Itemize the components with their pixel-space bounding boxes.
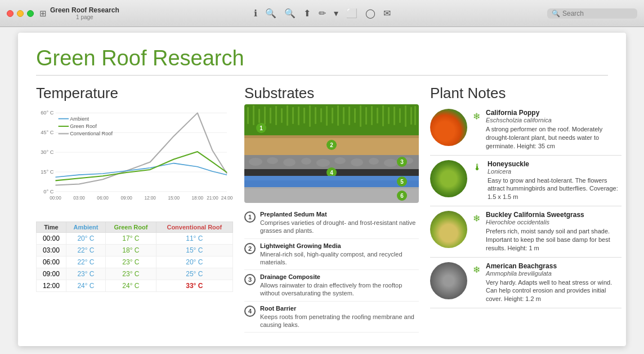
svg-rect-52 [393,107,395,125]
svg-point-68 [316,159,330,167]
svg-rect-39 [320,108,322,122]
svg-text:03:00: 03:00 [73,196,85,201]
substrate-desc: Mineral-rich soil, high-quality compost,… [260,250,419,267]
cell-green: 23° C [106,268,156,280]
svg-rect-31 [275,106,277,125]
svg-text:Ambient: Ambient [70,116,89,122]
svg-text:60° C: 60° C [41,110,54,116]
window-icon[interactable]: ⬜ [346,8,357,19]
svg-rect-26 [247,107,249,124]
plant-list: ❄ California Poppy Eschscholzia californ… [430,104,621,308]
zoom-in-icon[interactable]: 🔍 [284,8,296,19]
svg-text:18:00: 18:00 [192,196,204,201]
doc-info: Green Roof Research 1 page [50,6,119,20]
cell-ambient: 23° C [66,268,105,280]
minimize-button[interactable] [17,10,24,17]
svg-rect-45 [354,108,356,123]
substrate-title: Lightweight Growing Media [260,242,419,249]
plant-notes-column: Plant Notes ❄ California Poppy Eschschol… [430,85,621,346]
svg-rect-27 [253,105,254,125]
substrate-text: Drainage Composite Allows rainwater to d… [260,273,419,298]
info-icon[interactable]: ℹ [254,8,257,19]
svg-point-72 [384,159,397,167]
table-row: 12:00 24° C 24° C 33° C [37,280,233,292]
plant-icon: ❄ [473,111,480,122]
svg-rect-33 [287,105,288,126]
substrate-number: 1 [244,211,256,223]
cell-time: 06:00 [37,256,66,268]
svg-text:Conventional Roof: Conventional Roof [70,131,113,136]
table-row: 09:00 23° C 23° C 25° C [37,268,233,280]
titlebar-right: 🔍 [547,8,637,19]
plant-latin: Lonicera [488,168,621,175]
svg-text:0° C: 0° C [43,189,53,194]
maximize-button[interactable] [27,10,34,17]
person-icon[interactable]: ◯ [365,8,375,19]
substrate-title: Drainage Composite [260,273,419,280]
svg-rect-53 [399,108,401,123]
svg-point-65 [267,157,278,164]
substrates-column: Substrates [244,85,419,346]
col-header-conv: Conventional Roof [156,222,232,233]
plant-info: California Poppy Eschscholzia californic… [486,109,621,151]
substrate-svg: 1 2 [244,104,419,203]
svg-rect-38 [315,107,316,124]
temperature-table: Time Ambient Green Roof Conventional Roo… [36,222,233,292]
search-input[interactable] [562,10,630,17]
cell-ambient: 20° C [66,233,105,245]
plant-info: Honeysuckle Lonicera Easy to grow and he… [488,160,621,202]
search-bar[interactable]: 🔍 [547,8,637,19]
pencil-icon[interactable]: ✏ [319,8,326,19]
svg-text:1: 1 [260,125,263,131]
cell-green: 23° C [106,256,156,268]
svg-rect-32 [281,108,283,123]
content-area: Green Roof Research Temperature 60° C 45… [0,27,644,354]
table-row: 03:00 22° C 18° C 15° C [37,245,233,256]
svg-rect-43 [343,107,345,124]
substrate-desc: Comprises varieties of drought- and fros… [260,219,419,235]
sidebar-toggle-icon[interactable]: ⊞ [39,8,47,19]
cell-time: 09:00 [37,268,66,280]
svg-rect-55 [410,107,412,125]
svg-point-64 [249,158,262,166]
window-controls [7,10,34,17]
substrate-text: Root Barrier Keeps roots from penetratin… [260,305,419,329]
markup-icon[interactable]: ✉ [383,8,391,19]
substrate-list: 1 Preplanted Sedum Mat Comprises varieti… [244,207,419,333]
plant-latin: Hierochloe occidentalis [486,219,621,225]
columns: Temperature 60° C 45° C 30° C 15° C 0° C [36,85,608,346]
plant-icon: 🌡 [473,162,482,172]
svg-rect-80 [244,176,419,180]
cell-time: 00:00 [37,233,66,245]
svg-rect-54 [405,105,406,127]
svg-rect-50 [382,105,384,126]
search-icon: 🔍 [552,10,560,17]
svg-text:15:00: 15:00 [168,196,180,201]
share-icon[interactable]: ⬆ [303,8,311,19]
svg-rect-29 [264,107,266,125]
svg-text:6: 6 [400,193,404,199]
close-button[interactable] [7,10,14,17]
plant-desc: Prefers rich, moist sandy soil and part … [486,227,621,253]
page-title: Green Roof Research [36,46,608,76]
cell-green: 18° C [106,245,156,256]
cell-conv: 33° C [156,280,232,292]
chevron-down-icon[interactable]: ▾ [334,8,338,19]
svg-text:24:00: 24:00 [221,196,233,201]
svg-text:15° C: 15° C [41,169,54,175]
plant-item: ❄ California Poppy Eschscholzia californ… [430,104,621,156]
plant-item: ❄ American Beachgrass Ammophila brevilig… [430,258,621,309]
table-row: 00:00 20° C 17° C 11° C [37,233,233,245]
svg-rect-40 [326,106,328,126]
svg-text:09:00: 09:00 [120,196,132,201]
zoom-out-icon[interactable]: 🔍 [265,8,276,19]
svg-text:30° C: 30° C [41,149,54,155]
cell-time: 12:00 [37,280,66,292]
svg-rect-37 [309,105,311,127]
plant-desc: Very hardy. Adapts well to heat stress o… [486,278,621,304]
substrate-number: 4 [244,306,256,317]
substrate-number: 3 [244,274,256,285]
cell-conv: 11° C [156,233,232,245]
svg-point-69 [334,157,346,164]
doc-pages: 1 page [50,14,119,20]
